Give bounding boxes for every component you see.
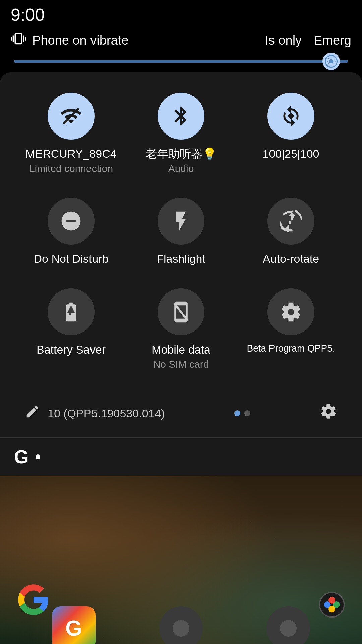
phone-vibrate-label: Phone on vibrate (32, 33, 128, 48)
qs-footer: 10 (QPP5.190530.014) (11, 392, 351, 437)
mobiledata-label: Mobile data (152, 343, 210, 357)
flashlight-icon-circle (158, 198, 204, 245)
tiles-grid: MERCURY_89C4 Limited connection 老年助听器💡 A… (11, 72, 351, 384)
google-g-letter: G (14, 446, 29, 468)
svg-point-5 (319, 593, 344, 617)
emerg-label[interactable]: Emerg (314, 33, 351, 48)
svg-point-4 (280, 620, 297, 637)
footer-dots (234, 410, 250, 416)
brightness-thumb[interactable] (322, 53, 340, 70)
battery-icon-circle (48, 288, 95, 335)
bluetooth-sublabel: Audio (168, 163, 194, 175)
svg-point-8 (328, 597, 335, 604)
brightness-slider[interactable] (14, 60, 348, 63)
dock-app-google[interactable]: G (52, 606, 96, 644)
tile-flashlight[interactable]: Flashlight (126, 188, 236, 279)
dot-1 (234, 410, 240, 416)
mobiledata-icon-circle (158, 288, 204, 335)
wifi-icon-circle (48, 93, 95, 140)
flashlight-label: Flashlight (157, 252, 205, 266)
svg-point-1 (288, 113, 294, 119)
sync-icon-circle (267, 93, 314, 140)
svg-line-2 (174, 303, 188, 320)
dock-app-2[interactable] (159, 606, 203, 644)
beta-label: Beta Program QPP5. (247, 343, 335, 354)
dnd-icon-circle (48, 198, 95, 245)
tile-mobiledata[interactable]: Mobile data No SIM card (126, 279, 236, 384)
notif-right: Is only Emerg (265, 33, 351, 48)
dot-2 (244, 410, 250, 416)
brightness-row[interactable] (0, 54, 362, 72)
autorotate-icon-circle (267, 198, 314, 245)
svg-point-3 (173, 620, 189, 637)
sync-label: 100|25|100 (263, 147, 319, 161)
mobiledata-sublabel: No SIM card (153, 358, 209, 370)
notif-bar: Phone on vibrate Is only Emerg (0, 27, 362, 54)
footer-left: 10 (QPP5.190530.014) (25, 404, 165, 423)
dnd-label: Do Not Disturb (34, 252, 109, 266)
is-only-label[interactable]: Is only (265, 33, 302, 48)
settings-icon[interactable] (320, 402, 337, 424)
build-label: 10 (QPP5.190530.014) (48, 407, 165, 420)
beta-icon-circle (267, 288, 314, 335)
tile-wifi[interactable]: MERCURY_89C4 Limited connection (16, 83, 126, 188)
notif-left: Phone on vibrate (11, 31, 128, 50)
qs-panel: MERCURY_89C4 Limited connection 老年助听器💡 A… (0, 72, 362, 437)
home-google-logo[interactable] (17, 583, 50, 616)
home-assistant-icon[interactable] (318, 591, 345, 618)
status-bar: 9:00 (0, 0, 362, 27)
brightness-track (14, 60, 348, 63)
google-bar[interactable]: G (0, 437, 362, 476)
tile-sync[interactable]: 100|25|100 (236, 83, 346, 188)
tile-autorotate[interactable]: Auto-rotate (236, 188, 346, 279)
wifi-sublabel: Limited connection (29, 163, 113, 175)
bluetooth-icon-circle (158, 93, 204, 140)
tile-beta[interactable]: Beta Program QPP5. (236, 279, 346, 384)
battery-label: Battery Saver (37, 343, 106, 357)
svg-point-9 (328, 606, 335, 613)
tile-bluetooth[interactable]: 老年助听器💡 Audio (126, 83, 236, 188)
home-screen: G (0, 476, 362, 644)
bluetooth-label: 老年助听器💡 (145, 147, 217, 161)
brightness-thumb-inner (325, 55, 338, 68)
edit-icon[interactable] (25, 404, 40, 423)
tile-battery[interactable]: Battery Saver (16, 279, 126, 384)
status-time: 9:00 (11, 5, 45, 25)
tile-dnd[interactable]: Do Not Disturb (16, 188, 126, 279)
vibrate-icon (11, 31, 26, 50)
wifi-label: MERCURY_89C4 (25, 147, 116, 161)
autorotate-label: Auto-rotate (263, 252, 319, 266)
google-notification-dot (36, 454, 40, 459)
home-dock: G (0, 606, 362, 644)
dock-app-3[interactable] (266, 606, 310, 644)
